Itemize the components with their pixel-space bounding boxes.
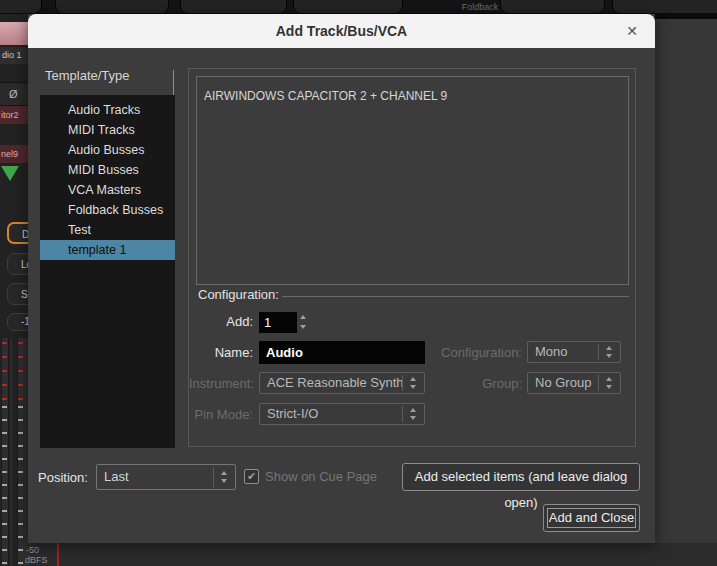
mixer-lo-button[interactable]: Lo [7,253,28,275]
fader-track[interactable] [1,338,12,566]
meter-scale-unit: dBFS [25,555,48,565]
meter-track [17,338,28,566]
add-count-input[interactable]: 1 [259,312,297,333]
list-item-vca-masters[interactable]: VCA Masters [40,180,175,200]
position-dropdown[interactable]: Last [96,464,236,490]
template-description[interactable]: AIRWINDOWS CAPACITOR 2 + CHANNEL 9 [196,76,629,285]
track-color-strip [0,22,28,45]
toolbar-button[interactable] [55,0,169,13]
list-item-template-1[interactable]: template 1 [40,240,175,260]
mixer-d-button[interactable]: D [7,222,28,244]
add-count-spinner[interactable] [300,312,308,332]
toolbar-button[interactable] [293,0,403,13]
track-name-label: dio 1 [0,47,28,64]
mixer-gain-button[interactable]: -1 [7,313,28,331]
group-dropdown[interactable]: No Group [527,372,621,394]
mixer-s-button[interactable]: S [7,283,28,305]
dropdown-arrows-icon [410,404,418,424]
list-item-audio-tracks[interactable]: Audio Tracks [40,100,175,120]
section-divider [282,296,629,297]
processor-slot[interactable]: nel9 [0,145,28,163]
instrument-dropdown[interactable]: ACE Reasonable Synth [259,372,425,394]
group-label: Group: [409,376,522,391]
mixer-strip: dio 1 Ø itor2 nel9 D Lo S -1 [0,14,28,566]
position-label: Position: [38,470,88,485]
pane-divider[interactable] [173,70,174,98]
name-label: Name: [189,345,253,360]
spin-down-icon[interactable] [300,325,306,329]
add-track-dialog: Add Track/Bus/VCA ✕ Template/Type Audio … [28,14,655,543]
close-icon[interactable]: ✕ [619,14,645,48]
list-item-midi-tracks[interactable]: MIDI Tracks [40,120,175,140]
spin-up-icon[interactable] [300,315,306,319]
name-input[interactable]: Audio [259,341,425,364]
processor-slot[interactable]: itor2 [0,106,28,124]
toolbar-button[interactable] [500,0,605,13]
toolbar-button[interactable] [612,0,717,13]
dropdown-arrows-icon [606,342,614,362]
template-list: Audio Tracks MIDI Tracks Audio Busses MI… [40,95,175,448]
instrument-label: Instrument: [189,376,253,391]
list-item-foldback-busses[interactable]: Foldback Busses [40,200,175,220]
list-item-test[interactable]: Test [40,220,175,240]
toolbar-button[interactable] [180,0,287,13]
add-and-close-button[interactable]: Add and Close [543,504,640,532]
template-detail-frame: AIRWINDOWS CAPACITOR 2 + CHANNEL 9 Confi… [188,68,636,447]
list-item-midi-busses[interactable]: MIDI Busses [40,160,175,180]
meter-peak-line [57,543,59,566]
configuration-section-label: Configuration: [198,287,279,302]
dropdown-arrows-icon [606,373,614,393]
background-panel-bottom [28,543,717,566]
app-toolbar: Foldback [0,0,717,13]
background-panel [655,19,717,566]
add-label: Add: [189,314,253,329]
pin-mode-dropdown[interactable]: Strict-I/O [259,403,425,425]
pin-mode-label: Pin Mode: [189,407,253,422]
toolbar-button[interactable] [0,0,42,13]
list-item-audio-busses[interactable]: Audio Busses [40,140,175,160]
dropdown-arrows-icon [221,465,229,489]
fader-pointer-icon [1,166,19,181]
add-selected-items-button[interactable]: Add selected items (and leave dialog ope… [402,463,640,491]
template-type-header: Template/Type [45,68,130,83]
configuration-dropdown[interactable]: Mono [527,341,621,363]
phase-invert-button[interactable]: Ø [0,82,28,106]
screen: Foldback dio 1 Ø itor2 nel9 D Lo S -1 -5… [0,0,717,566]
dialog-titlebar[interactable]: Add Track/Bus/VCA ✕ [28,14,655,48]
meter-scale-value: -50 [26,545,39,555]
dialog-title: Add Track/Bus/VCA [28,14,655,48]
configuration-label: Configuration: [409,345,522,360]
show-on-cue-label: Show on Cue Page [265,469,377,484]
show-on-cue-checkbox[interactable]: ✔ [244,469,259,484]
